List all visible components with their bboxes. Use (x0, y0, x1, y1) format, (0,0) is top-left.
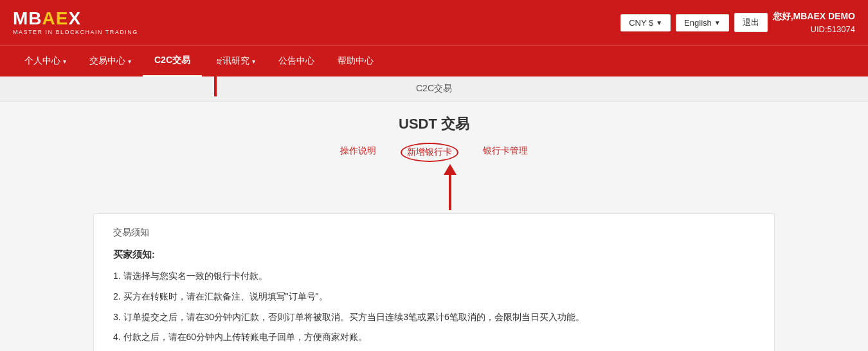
nav-item-announcement[interactable]: 公告中心 (267, 46, 326, 76)
breadcrumb-bar: C2C交易 (0, 76, 868, 102)
sub-nav: 操作说明 新增银行卡 银行卡管理 (93, 143, 775, 162)
currency-arrow-icon: ▼ (656, 19, 662, 26)
nav-item-personal[interactable]: 个人中心 ▾ (13, 46, 78, 76)
language-selector[interactable]: English ▼ (676, 14, 729, 32)
notice-title: 交易须知 (113, 227, 755, 239)
header: MBAEX MASTER IN BLOCKCHAIN TRADING CNY $… (0, 0, 868, 45)
nav-arrow-trading: ▾ (128, 58, 131, 65)
nav-item-c2c[interactable]: C2C交易 (143, 46, 202, 76)
notice-item-4: 4. 付款之后，请在60分钟内上传转账电子回单，方便商家对账。 (113, 330, 755, 345)
currency-selector[interactable]: CNY $ ▼ (620, 14, 671, 32)
nav-item-help[interactable]: 帮助中心 (326, 46, 385, 76)
logo-area: MBAEX MASTER IN BLOCKCHAIN TRADING (13, 10, 138, 35)
sub-nav-card-manage[interactable]: 银行卡管理 (478, 143, 533, 162)
logo-subtitle: MASTER IN BLOCKCHAIN TRADING (13, 29, 138, 35)
logout-button[interactable]: 退出 (734, 13, 768, 32)
language-arrow-icon: ▼ (714, 19, 721, 26)
navbar: 个人中心 ▾ 交易中心 ▾ C2C交易 资讯研究 ▾ 公告中心 帮助中心 (0, 45, 868, 76)
notice-section-title: 买家须知: (113, 249, 755, 261)
nav-item-research[interactable]: 资讯研究 ▾ (202, 46, 267, 76)
user-info: 您好,MBAEX DEMO UID:513074 (773, 10, 855, 36)
user-uid: UID:513074 (773, 23, 855, 36)
sub-nav-add-card[interactable]: 新增银行卡 (401, 143, 458, 162)
annotation-arrow-subnav (431, 162, 469, 213)
nav-item-trading[interactable]: 交易中心 ▾ (78, 46, 143, 76)
svg-marker-3 (444, 164, 457, 175)
notice-box: 交易须知 买家须知: 1. 请选择与您实名一致的银行卡付款。 2. 买方在转账时… (93, 213, 775, 351)
notice-item-2: 2. 买方在转账时，请在汇款备注、说明填写"订单号"。 (113, 289, 755, 305)
page-title: USDT 交易 (93, 114, 775, 134)
breadcrumb: C2C交易 (416, 83, 452, 93)
nav-arrow-personal: ▾ (63, 58, 66, 65)
user-name: 您好,MBAEX DEMO (773, 10, 855, 23)
nav-arrow-research: ▾ (252, 58, 255, 65)
logo: MBAEX (13, 10, 138, 28)
notice-item-3: 3. 订单提交之后，请在30分钟内汇款，否则订单将被取消。买方当日连续3笔或累计… (113, 310, 755, 325)
header-right: CNY $ ▼ English ▼ 退出 您好,MBAEX DEMO UID:5… (620, 10, 855, 36)
sub-nav-instruction[interactable]: 操作说明 (335, 143, 381, 162)
main-content: USDT 交易 操作说明 新增银行卡 银行卡管理 交易须知 买家须知: 1. 请… (80, 114, 788, 351)
notice-item-1: 1. 请选择与您实名一致的银行卡付款。 (113, 269, 755, 284)
